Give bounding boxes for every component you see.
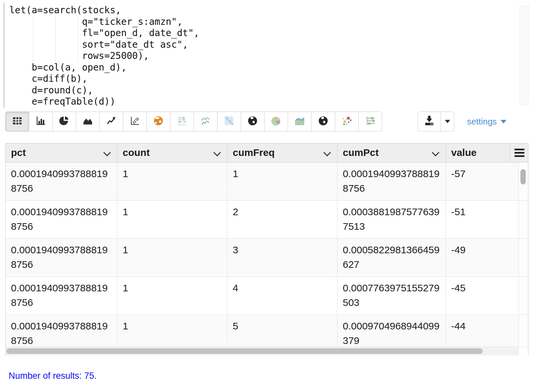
cell-value: -49 — [446, 239, 518, 276]
caret-down-icon — [445, 120, 450, 123]
line-chart-icon — [105, 115, 117, 128]
download-button[interactable] — [418, 112, 441, 131]
viz-bar-chart-button[interactable] — [29, 112, 53, 131]
hamburger-menu-icon — [514, 149, 524, 157]
viz-area-chart-button[interactable] — [76, 112, 100, 131]
area-chart-icon — [82, 115, 94, 128]
column-header-cumFreq[interactable]: cumFreq — [227, 143, 337, 162]
cell-count: 1 — [117, 315, 227, 347]
column-header-pct[interactable]: pct — [6, 143, 117, 162]
viz-area-chart-colored-button[interactable] — [288, 112, 312, 131]
viz-line-chart-button[interactable] — [99, 112, 123, 131]
table-row: 0.00019409937888198756 1 2 0.00038819875… — [6, 201, 528, 239]
cell-cumFreq: 5 — [227, 315, 337, 347]
cell-cumFreq: 1 — [227, 163, 337, 200]
download-options-button[interactable] — [441, 112, 454, 131]
viz-heatmap-button[interactable] — [217, 112, 241, 131]
bar-chart-icon — [35, 115, 47, 128]
column-header-label: value — [451, 147, 477, 158]
cell-cumPct: 0.0005822981366459627 — [337, 239, 446, 276]
cell-value: -57 — [446, 163, 518, 200]
cell-count: 1 — [117, 163, 227, 200]
chevron-down-icon[interactable] — [103, 149, 111, 157]
table-header-row: pct count cumFreq cumPct value — [6, 143, 528, 163]
pie-chart-colored-icon — [270, 115, 282, 128]
indent-guide — [78, 16, 78, 62]
intervals-icon — [364, 115, 376, 128]
download-icon — [422, 114, 436, 129]
cell-pct: 0.00019409937888198756 — [6, 277, 117, 315]
vertical-scrollbar-track[interactable] — [518, 277, 528, 315]
column-header-cumPct[interactable]: cumPct — [337, 143, 446, 162]
globe-dark-2-icon — [317, 115, 329, 128]
table-row: 0.00019409937888198756 1 1 0.00019409937… — [6, 163, 528, 201]
cell-cumFreq: 4 — [227, 277, 337, 315]
table-menu-button[interactable] — [510, 143, 528, 162]
globe-dark-icon — [247, 115, 259, 128]
vertical-scrollbar-track[interactable] — [518, 239, 528, 276]
table-row: 0.00019409937888198756 1 5 0.00097049689… — [6, 315, 528, 347]
viz-bubble-grid-button[interactable] — [170, 112, 194, 131]
table-icon — [11, 115, 23, 128]
cell-cumPct: 0.00038819875776397513 — [337, 201, 446, 238]
cell-value: -45 — [446, 277, 518, 315]
cell-pct: 0.00019409937888198756 — [6, 201, 117, 238]
scrollbar-corner — [518, 347, 528, 356]
cell-value: -44 — [446, 315, 518, 347]
viz-scatter-plot-button[interactable] — [123, 112, 147, 131]
caret-down-icon — [501, 120, 507, 123]
viz-globe-orange-button[interactable] — [147, 112, 170, 131]
scatter-colored-icon — [341, 115, 353, 128]
cell-cumPct: 0.0007763975155279503 — [337, 277, 446, 315]
cell-cumPct: 0.0009704968944099379 — [337, 315, 446, 347]
column-header-value[interactable]: value — [446, 143, 510, 162]
viz-table-button[interactable] — [5, 112, 29, 131]
indent-guide — [55, 16, 56, 62]
editor-scrollbar-track[interactable] — [519, 5, 529, 105]
viz-pie-chart-button[interactable] — [52, 112, 76, 131]
column-header-label: count — [123, 147, 150, 158]
table-body: 0.00019409937888198756 1 1 0.00019409937… — [6, 163, 528, 347]
vertical-scrollbar-thumb[interactable] — [520, 169, 526, 184]
viz-pie-chart-colored-button[interactable] — [264, 112, 288, 131]
cell-count: 1 — [117, 239, 227, 276]
chevron-down-icon[interactable] — [324, 149, 331, 157]
multi-line-chart-icon — [200, 115, 211, 128]
settings-label[interactable]: settings — [467, 117, 497, 127]
column-header-count[interactable]: count — [117, 143, 227, 162]
results-table: pct count cumFreq cumPct value 0.0001940… — [5, 143, 528, 356]
heatmap-icon — [223, 115, 235, 128]
table-row: 0.00019409937888198756 1 4 0.00077639751… — [6, 277, 528, 315]
column-header-label: cumPct — [343, 147, 379, 158]
download-split-button — [418, 112, 454, 131]
horizontal-scrollbar[interactable] — [6, 347, 528, 356]
chevron-down-icon[interactable] — [432, 149, 440, 157]
chevron-down-icon[interactable] — [213, 149, 221, 157]
visualization-toolbar — [5, 112, 382, 131]
viz-scatter-colored-button[interactable] — [335, 112, 359, 131]
bubble-grid-icon — [176, 115, 188, 128]
viz-multi-line-chart-button[interactable] — [194, 112, 217, 131]
vertical-scrollbar-track[interactable] — [518, 315, 528, 347]
cell-count: 1 — [117, 277, 227, 315]
horizontal-scrollbar-thumb[interactable] — [6, 348, 483, 354]
viz-globe-dark-button[interactable] — [241, 112, 265, 131]
cell-pct: 0.00019409937888198756 — [6, 315, 117, 347]
cell-pct: 0.00019409937888198756 — [6, 239, 117, 276]
column-header-label: cumFreq — [233, 147, 275, 158]
area-chart-colored-icon — [294, 115, 306, 128]
code-editor[interactable]: let(a=search(stocks, q="ticker_s:amzn", … — [3, 3, 531, 108]
vertical-scrollbar-track[interactable] — [518, 201, 528, 238]
viz-globe-dark-2-button[interactable] — [311, 112, 335, 131]
cell-cumFreq: 2 — [227, 201, 337, 238]
cell-pct: 0.00019409937888198756 — [6, 163, 117, 200]
indent-guide — [33, 16, 33, 62]
cell-count: 1 — [117, 201, 227, 238]
pie-chart-icon — [58, 115, 70, 128]
viz-intervals-button[interactable] — [358, 112, 382, 131]
results-count-text: Number of results: 75. — [9, 371, 97, 381]
table-row: 0.00019409937888198756 1 3 0.00058229813… — [6, 239, 528, 277]
code-text[interactable]: let(a=search(stocks, q="ticker_s:amzn", … — [5, 3, 531, 108]
cell-cumPct: 0.00019409937888198756 — [337, 163, 446, 200]
settings-dropdown[interactable]: settings — [467, 112, 507, 131]
